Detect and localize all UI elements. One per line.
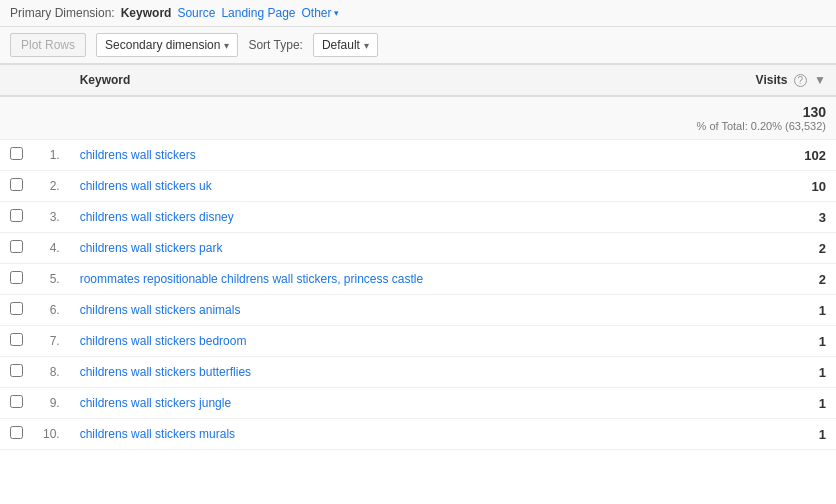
data-table: Keyword Visits ? ▼ 130 % of Total: 0.20%… — [0, 64, 836, 450]
dim-landing-page-link[interactable]: Landing Page — [221, 6, 295, 20]
table-row: 10.childrens wall stickers murals1 — [0, 419, 836, 450]
row-checkbox[interactable] — [10, 333, 23, 346]
toolbar: Plot Rows Secondary dimension ▾ Sort Typ… — [0, 27, 836, 64]
row-checkbox[interactable] — [10, 395, 23, 408]
row-visits-value: 10 — [636, 171, 836, 202]
row-checkbox[interactable] — [10, 209, 23, 222]
summary-keyword-cell — [70, 96, 636, 140]
table-row: 9.childrens wall stickers jungle1 — [0, 388, 836, 419]
row-keyword-cell: childrens wall stickers park — [70, 233, 636, 264]
summary-num-cell — [33, 96, 70, 140]
secondary-dimension-arrow-icon: ▾ — [224, 40, 229, 51]
table-row: 5.roommates repositionable childrens wal… — [0, 264, 836, 295]
row-visits-value: 1 — [636, 295, 836, 326]
row-keyword-cell: roommates repositionable childrens wall … — [70, 264, 636, 295]
row-checkbox-cell — [0, 357, 33, 388]
header-visits[interactable]: Visits ? ▼ — [636, 65, 836, 97]
row-checkbox-cell — [0, 233, 33, 264]
row-number: 4. — [33, 233, 70, 264]
visits-sort-icon: ▼ — [814, 73, 826, 87]
keyword-link[interactable]: childrens wall stickers park — [80, 241, 223, 255]
plot-rows-button[interactable]: Plot Rows — [10, 33, 86, 57]
row-checkbox-cell — [0, 264, 33, 295]
row-checkbox-cell — [0, 388, 33, 419]
keyword-link[interactable]: childrens wall stickers bedroom — [80, 334, 247, 348]
visits-help-icon[interactable]: ? — [794, 74, 807, 87]
keyword-link[interactable]: childrens wall stickers animals — [80, 303, 241, 317]
row-keyword-cell: childrens wall stickers jungle — [70, 388, 636, 419]
row-visits-value: 102 — [636, 140, 836, 171]
row-number: 9. — [33, 388, 70, 419]
row-checkbox[interactable] — [10, 178, 23, 191]
sort-type-dropdown[interactable]: Default ▾ — [313, 33, 378, 57]
keyword-link[interactable]: roommates repositionable childrens wall … — [80, 272, 423, 286]
sort-type-value: Default — [322, 38, 360, 52]
row-number: 8. — [33, 357, 70, 388]
dim-source-link[interactable]: Source — [177, 6, 215, 20]
keyword-link[interactable]: childrens wall stickers jungle — [80, 396, 231, 410]
table-row: 2.childrens wall stickers uk10 — [0, 171, 836, 202]
row-visits-value: 1 — [636, 388, 836, 419]
header-checkbox-col — [0, 65, 33, 97]
summary-pct-value: % of Total: 0.20% (63,532) — [646, 120, 826, 132]
keyword-link[interactable]: childrens wall stickers butterflies — [80, 365, 251, 379]
dim-keyword-link[interactable]: Keyword — [121, 6, 172, 20]
secondary-dimension-dropdown[interactable]: Secondary dimension ▾ — [96, 33, 238, 57]
secondary-dimension-label: Secondary dimension — [105, 38, 220, 52]
header-num-col — [33, 65, 70, 97]
row-checkbox[interactable] — [10, 271, 23, 284]
row-checkbox-cell — [0, 326, 33, 357]
table-row: 7.childrens wall stickers bedroom1 — [0, 326, 836, 357]
row-number: 7. — [33, 326, 70, 357]
table-row: 6.childrens wall stickers animals1 — [0, 295, 836, 326]
table-row: 8.childrens wall stickers butterflies1 — [0, 357, 836, 388]
row-visits-value: 3 — [636, 202, 836, 233]
summary-row: 130 % of Total: 0.20% (63,532) — [0, 96, 836, 140]
primary-dimension-bar: Primary Dimension: Keyword Source Landin… — [0, 0, 836, 27]
row-keyword-cell: childrens wall stickers uk — [70, 171, 636, 202]
keyword-link[interactable]: childrens wall stickers uk — [80, 179, 212, 193]
row-visits-value: 2 — [636, 233, 836, 264]
row-keyword-cell: childrens wall stickers bedroom — [70, 326, 636, 357]
row-number: 5. — [33, 264, 70, 295]
row-checkbox[interactable] — [10, 364, 23, 377]
primary-dimension-label: Primary Dimension: — [10, 6, 115, 20]
row-checkbox-cell — [0, 419, 33, 450]
keyword-link[interactable]: childrens wall stickers — [80, 148, 196, 162]
row-checkbox-cell — [0, 295, 33, 326]
keyword-link[interactable]: childrens wall stickers disney — [80, 210, 234, 224]
summary-visits-value: 130 — [646, 104, 826, 120]
row-visits-value: 1 — [636, 357, 836, 388]
keyword-link[interactable]: childrens wall stickers murals — [80, 427, 235, 441]
summary-checkbox-cell — [0, 96, 33, 140]
row-number: 6. — [33, 295, 70, 326]
row-checkbox-cell — [0, 171, 33, 202]
row-number: 2. — [33, 171, 70, 202]
row-visits-value: 2 — [636, 264, 836, 295]
table-row: 3.childrens wall stickers disney3 — [0, 202, 836, 233]
summary-visits-cell: 130 % of Total: 0.20% (63,532) — [636, 96, 836, 140]
dim-other-label: Other — [302, 6, 332, 20]
row-keyword-cell: childrens wall stickers disney — [70, 202, 636, 233]
sort-type-arrow-icon: ▾ — [364, 40, 369, 51]
table-header-row: Keyword Visits ? ▼ — [0, 65, 836, 97]
row-checkbox-cell — [0, 140, 33, 171]
dim-other-dropdown[interactable]: Other ▾ — [302, 6, 339, 20]
row-number: 10. — [33, 419, 70, 450]
row-keyword-cell: childrens wall stickers murals — [70, 419, 636, 450]
row-checkbox[interactable] — [10, 426, 23, 439]
row-checkbox[interactable] — [10, 147, 23, 160]
row-keyword-cell: childrens wall stickers — [70, 140, 636, 171]
row-visits-value: 1 — [636, 419, 836, 450]
row-number: 3. — [33, 202, 70, 233]
row-checkbox[interactable] — [10, 240, 23, 253]
row-checkbox[interactable] — [10, 302, 23, 315]
row-visits-value: 1 — [636, 326, 836, 357]
table-row: 1.childrens wall stickers102 — [0, 140, 836, 171]
sort-type-label: Sort Type: — [248, 38, 302, 52]
header-keyword: Keyword — [70, 65, 636, 97]
row-number: 1. — [33, 140, 70, 171]
dim-other-arrow-icon: ▾ — [334, 8, 339, 18]
row-keyword-cell: childrens wall stickers butterflies — [70, 357, 636, 388]
row-keyword-cell: childrens wall stickers animals — [70, 295, 636, 326]
